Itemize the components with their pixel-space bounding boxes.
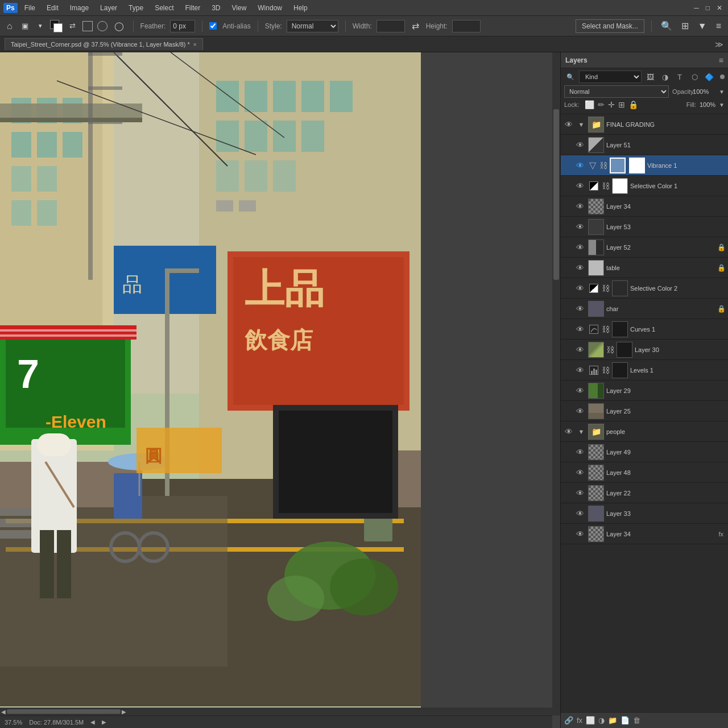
lock-all-btn[interactable]: 🔒	[628, 100, 638, 109]
close-btn[interactable]: ✕	[714, 3, 725, 13]
new-layer-btn[interactable]: 📄	[621, 716, 630, 725]
layer-vis-layer30[interactable]: 👁	[574, 345, 586, 354]
layer-item-char[interactable]: 👁 char 🔒	[561, 299, 728, 319]
layer-item-curves1[interactable]: 👁 ⛓ Curves 1	[561, 319, 728, 340]
layer-item-layer52[interactable]: 👁 Layer 52 🔒	[561, 237, 728, 258]
smart-filter-btn[interactable]: 🔷	[703, 71, 715, 83]
layer-chain-vibrance1[interactable]: ⛓	[599, 161, 607, 170]
layer-item-layer30[interactable]: 👁 ⛓ Layer 30	[561, 340, 728, 360]
layer-vis-final-grading[interactable]: 👁	[563, 120, 574, 129]
layer-vis-layer51[interactable]: 👁	[574, 140, 586, 150]
layer-item-levels1[interactable]: 👁 ⛓ Levels 1	[561, 360, 728, 380]
menu-image[interactable]: Image	[65, 3, 93, 13]
layer-item-selective1[interactable]: 👁 ⛓ Selective Color 1	[561, 176, 728, 196]
layer-expand-final-grading[interactable]: ▼	[577, 121, 586, 128]
delete-layer-btn[interactable]: 🗑	[633, 716, 640, 725]
layer-item-layer34a[interactable]: 👁 Layer 34	[561, 196, 728, 217]
style-select[interactable]: Normal Fixed Ratio Fixed Size	[287, 20, 338, 32]
layer-expand-people[interactable]: ▼	[577, 428, 586, 435]
layer-vis-vibrance1[interactable]: 👁	[574, 161, 586, 170]
status-expand-btn[interactable]: ◀	[90, 719, 95, 725]
workspace-btn[interactable]: ▼	[696, 20, 709, 32]
canvas-vscrollbar[interactable]	[552, 52, 560, 715]
lock-position-btn[interactable]: ✛	[608, 100, 615, 109]
blend-mode-select[interactable]: Normal	[564, 85, 669, 98]
minimize-btn[interactable]: ─	[692, 3, 701, 13]
lock-image-btn[interactable]: ✏	[598, 100, 605, 109]
add-adjustment-btn[interactable]: ◑	[598, 716, 605, 725]
home-btn[interactable]: ⌂	[5, 20, 15, 32]
layer-chain-levels1[interactable]: ⛓	[602, 366, 610, 375]
layer-vis-layer49[interactable]: 👁	[574, 448, 586, 457]
tab-close-btn[interactable]: ×	[193, 42, 197, 48]
text-filter-btn[interactable]: T	[673, 71, 686, 83]
layer-vis-layer22[interactable]: 👁	[574, 489, 586, 498]
layer-item-final-grading[interactable]: 👁 ▼ 📁 FINAL GRADING	[561, 114, 728, 135]
layer-item-layer29[interactable]: 👁 Layer 29	[561, 380, 728, 401]
layer-vis-table[interactable]: 👁	[574, 263, 586, 272]
foreground-swatch[interactable]	[50, 20, 63, 32]
height-input[interactable]	[452, 20, 481, 32]
layer-item-people[interactable]: 👁 ▼ 📁 people	[561, 421, 728, 442]
layer-item-layer22[interactable]: 👁 Layer 22	[561, 483, 728, 503]
layer-vis-layer29[interactable]: 👁	[574, 386, 586, 395]
layer-vis-people[interactable]: 👁	[563, 427, 574, 436]
marquee-option-btn[interactable]: ▼	[35, 22, 46, 30]
menu-select[interactable]: Select	[150, 3, 178, 13]
fill-options-btn[interactable]: ▼	[719, 102, 725, 108]
layer-vis-levels1[interactable]: 👁	[574, 366, 586, 375]
scroll-right-btn[interactable]: ▶	[121, 709, 127, 715]
feather-input[interactable]	[170, 20, 195, 32]
layer-item-layer25[interactable]: 👁 Layer 25	[561, 401, 728, 421]
lock-artboard-btn[interactable]: ⊞	[618, 100, 625, 109]
layer-vis-layer52[interactable]: 👁	[574, 243, 586, 252]
menu-3d[interactable]: 3D	[207, 3, 225, 13]
layer-item-layer49[interactable]: 👁 Layer 49	[561, 442, 728, 462]
marquee-rect-btn[interactable]: ▣	[19, 20, 31, 31]
arrange-btn[interactable]: ⊞	[679, 19, 691, 32]
layer-vis-layer33[interactable]: 👁	[574, 509, 586, 518]
panel-toggle-btn[interactable]: ≫	[715, 40, 723, 49]
document-tab[interactable]: Taipei_Street_Corner.psd @ 37.5% (Vibran…	[5, 38, 203, 50]
maximize-btn[interactable]: □	[704, 3, 712, 13]
scroll-left-btn[interactable]: ◀	[0, 709, 7, 715]
width-input[interactable]	[377, 20, 405, 32]
layer-item-layer48[interactable]: 👁 Layer 48	[561, 462, 728, 483]
layer-item-layer51[interactable]: 👁 Layer 51	[561, 135, 728, 155]
menu-layer[interactable]: Layer	[96, 3, 122, 13]
canvas-hscroll-thumb[interactable]	[7, 709, 121, 714]
layer-vis-layer25[interactable]: 👁	[574, 407, 586, 416]
layer-vis-selective1[interactable]: 👁	[574, 181, 586, 191]
extras-btn[interactable]: ≡	[714, 20, 723, 32]
layer-item-table[interactable]: 👁 table 🔒	[561, 258, 728, 278]
adjustment-filter-btn[interactable]: ◑	[659, 71, 671, 83]
lock-transparent-btn[interactable]: ⬜	[585, 100, 594, 109]
layer-vis-selective2[interactable]: 👁	[574, 284, 586, 293]
shape-filter-btn[interactable]: ⬡	[688, 71, 701, 83]
layers-panel-menu-btn[interactable]: ≡	[719, 56, 723, 65]
menu-type[interactable]: Type	[124, 3, 148, 13]
canvas-hscrollbar[interactable]: ◀ ▶	[0, 708, 552, 715]
add-mask-btn[interactable]: ⬜	[586, 716, 595, 725]
menu-view[interactable]: View	[228, 3, 251, 13]
menu-help[interactable]: Help	[289, 3, 312, 13]
ellipse-sel-btn[interactable]	[97, 21, 107, 31]
menu-edit[interactable]: Edit	[42, 3, 63, 13]
layer-chain-selective2[interactable]: ⛓	[602, 284, 610, 293]
switch-colors-btn[interactable]: ⇄	[67, 20, 78, 31]
layer-vis-layer34a[interactable]: 👁	[574, 202, 586, 211]
antialias-check[interactable]	[209, 22, 217, 30]
layer-item-layer33[interactable]: 👁 Layer 33	[561, 503, 728, 524]
layer-vis-layer34b[interactable]: 👁	[574, 530, 586, 539]
pixel-filter-btn[interactable]: 🖼	[644, 71, 656, 83]
layer-item-layer34b[interactable]: 👁 Layer 34 fx	[561, 524, 728, 544]
lasso-sel-btn[interactable]: ◯	[112, 20, 126, 32]
link-layers-btn[interactable]: 🔗	[564, 716, 573, 725]
layer-vis-char[interactable]: 👁	[574, 304, 586, 313]
layer-item-layer53[interactable]: 👁 Layer 53	[561, 217, 728, 237]
layer-item-vibrance1[interactable]: 👁 ▽ ⛓ Vibrance 1	[561, 155, 728, 176]
layer-item-selective2[interactable]: 👁 ⛓ Selective Color 2	[561, 278, 728, 299]
rect-sel-btn[interactable]	[82, 21, 93, 31]
menu-filter[interactable]: Filter	[180, 3, 205, 13]
layer-vis-layer53[interactable]: 👁	[574, 222, 586, 231]
